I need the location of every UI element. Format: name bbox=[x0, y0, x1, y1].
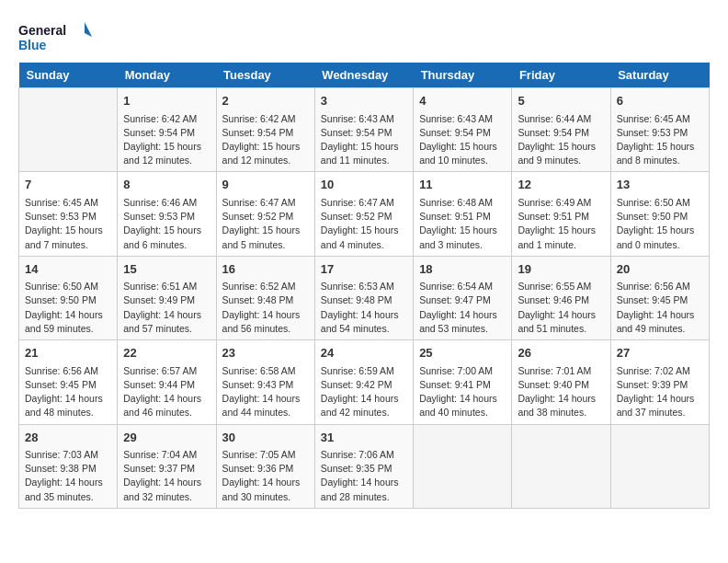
calendar-cell bbox=[610, 424, 709, 508]
day-number: 24 bbox=[321, 344, 407, 362]
day-info: Sunrise: 6:50 AM Sunset: 9:50 PM Dayligh… bbox=[25, 280, 111, 336]
day-info: Sunrise: 6:48 AM Sunset: 9:51 PM Dayligh… bbox=[419, 196, 506, 252]
day-number: 12 bbox=[518, 176, 604, 194]
day-number: 14 bbox=[25, 260, 111, 279]
day-number: 8 bbox=[123, 176, 210, 194]
calendar-cell: 7Sunrise: 6:45 AM Sunset: 9:53 PM Daylig… bbox=[19, 172, 118, 256]
day-info: Sunrise: 6:45 AM Sunset: 9:53 PM Dayligh… bbox=[617, 112, 703, 168]
day-info: Sunrise: 6:46 AM Sunset: 9:53 PM Dayligh… bbox=[123, 196, 210, 252]
logo-svg: General Blue bbox=[18, 18, 92, 55]
calendar-cell: 17Sunrise: 6:53 AM Sunset: 9:48 PM Dayli… bbox=[314, 256, 413, 339]
calendar-table: SundayMondayTuesdayWednesdayThursdayFrid… bbox=[18, 63, 710, 509]
svg-text:Blue: Blue bbox=[18, 38, 47, 52]
calendar-cell: 12Sunrise: 6:49 AM Sunset: 9:51 PM Dayli… bbox=[512, 172, 610, 256]
day-info: Sunrise: 7:04 AM Sunset: 9:37 PM Dayligh… bbox=[123, 448, 210, 504]
calendar-cell bbox=[19, 88, 118, 172]
day-number: 19 bbox=[518, 260, 604, 279]
calendar-week-row: 21Sunrise: 6:56 AM Sunset: 9:45 PM Dayli… bbox=[19, 340, 710, 424]
svg-marker-2 bbox=[85, 22, 92, 37]
day-number: 6 bbox=[617, 92, 703, 110]
calendar-cell: 22Sunrise: 6:57 AM Sunset: 9:44 PM Dayli… bbox=[118, 340, 216, 424]
calendar-cell: 3Sunrise: 6:43 AM Sunset: 9:54 PM Daylig… bbox=[314, 88, 413, 172]
day-number: 20 bbox=[617, 260, 703, 279]
day-info: Sunrise: 6:43 AM Sunset: 9:54 PM Dayligh… bbox=[321, 112, 407, 168]
day-info: Sunrise: 6:58 AM Sunset: 9:43 PM Dayligh… bbox=[222, 364, 309, 420]
header-day: Thursday bbox=[414, 63, 512, 88]
day-number: 21 bbox=[25, 344, 111, 362]
day-number: 9 bbox=[222, 176, 309, 194]
header-row: SundayMondayTuesdayWednesdayThursdayFrid… bbox=[19, 63, 710, 88]
day-number: 15 bbox=[123, 260, 210, 279]
day-info: Sunrise: 6:59 AM Sunset: 9:42 PM Dayligh… bbox=[321, 364, 407, 420]
calendar-cell: 6Sunrise: 6:45 AM Sunset: 9:53 PM Daylig… bbox=[610, 88, 709, 172]
day-info: Sunrise: 6:43 AM Sunset: 9:54 PM Dayligh… bbox=[419, 112, 506, 168]
day-number: 7 bbox=[25, 176, 111, 194]
calendar-cell: 9Sunrise: 6:47 AM Sunset: 9:52 PM Daylig… bbox=[216, 172, 314, 256]
logo: General Blue bbox=[18, 18, 92, 55]
calendar-cell bbox=[414, 424, 512, 508]
calendar-cell: 5Sunrise: 6:44 AM Sunset: 9:54 PM Daylig… bbox=[512, 88, 610, 172]
header-day: Friday bbox=[512, 63, 610, 88]
calendar-cell: 28Sunrise: 7:03 AM Sunset: 9:38 PM Dayli… bbox=[19, 424, 118, 508]
calendar-header: SundayMondayTuesdayWednesdayThursdayFrid… bbox=[19, 63, 710, 88]
calendar-body: 1Sunrise: 6:42 AM Sunset: 9:54 PM Daylig… bbox=[19, 88, 710, 509]
header-day: Monday bbox=[118, 63, 216, 88]
calendar-cell: 29Sunrise: 7:04 AM Sunset: 9:37 PM Dayli… bbox=[118, 424, 216, 508]
day-info: Sunrise: 7:01 AM Sunset: 9:40 PM Dayligh… bbox=[518, 364, 604, 420]
day-number: 30 bbox=[222, 429, 309, 447]
day-number: 1 bbox=[123, 92, 210, 110]
day-number: 2 bbox=[222, 92, 309, 110]
calendar-cell: 27Sunrise: 7:02 AM Sunset: 9:39 PM Dayli… bbox=[610, 340, 709, 424]
header-day: Sunday bbox=[19, 63, 118, 88]
calendar-cell: 11Sunrise: 6:48 AM Sunset: 9:51 PM Dayli… bbox=[414, 172, 512, 256]
calendar-cell: 16Sunrise: 6:52 AM Sunset: 9:48 PM Dayli… bbox=[216, 256, 314, 339]
day-info: Sunrise: 6:56 AM Sunset: 9:45 PM Dayligh… bbox=[617, 280, 703, 336]
day-number: 4 bbox=[419, 92, 506, 110]
day-info: Sunrise: 6:52 AM Sunset: 9:48 PM Dayligh… bbox=[222, 280, 309, 336]
day-info: Sunrise: 6:45 AM Sunset: 9:53 PM Dayligh… bbox=[25, 196, 111, 252]
calendar-cell: 15Sunrise: 6:51 AM Sunset: 9:49 PM Dayli… bbox=[118, 256, 216, 339]
day-info: Sunrise: 7:05 AM Sunset: 9:36 PM Dayligh… bbox=[222, 448, 309, 504]
day-info: Sunrise: 6:55 AM Sunset: 9:46 PM Dayligh… bbox=[518, 280, 604, 336]
day-info: Sunrise: 7:06 AM Sunset: 9:35 PM Dayligh… bbox=[321, 448, 407, 504]
calendar-cell bbox=[512, 424, 610, 508]
day-info: Sunrise: 6:47 AM Sunset: 9:52 PM Dayligh… bbox=[222, 196, 309, 252]
calendar-cell: 2Sunrise: 6:42 AM Sunset: 9:54 PM Daylig… bbox=[216, 88, 314, 172]
day-number: 16 bbox=[222, 260, 309, 279]
day-info: Sunrise: 6:54 AM Sunset: 9:47 PM Dayligh… bbox=[419, 280, 506, 336]
calendar-cell: 4Sunrise: 6:43 AM Sunset: 9:54 PM Daylig… bbox=[414, 88, 512, 172]
calendar-cell: 8Sunrise: 6:46 AM Sunset: 9:53 PM Daylig… bbox=[118, 172, 216, 256]
calendar-cell: 24Sunrise: 6:59 AM Sunset: 9:42 PM Dayli… bbox=[314, 340, 413, 424]
day-info: Sunrise: 6:42 AM Sunset: 9:54 PM Dayligh… bbox=[123, 112, 210, 168]
day-number: 26 bbox=[518, 344, 604, 362]
header-day: Tuesday bbox=[216, 63, 314, 88]
day-info: Sunrise: 7:02 AM Sunset: 9:39 PM Dayligh… bbox=[617, 364, 703, 420]
calendar-cell: 10Sunrise: 6:47 AM Sunset: 9:52 PM Dayli… bbox=[314, 172, 413, 256]
day-number: 10 bbox=[321, 176, 407, 194]
day-info: Sunrise: 6:51 AM Sunset: 9:49 PM Dayligh… bbox=[123, 280, 210, 336]
day-info: Sunrise: 6:44 AM Sunset: 9:54 PM Dayligh… bbox=[518, 112, 604, 168]
day-number: 5 bbox=[518, 92, 604, 110]
day-info: Sunrise: 6:57 AM Sunset: 9:44 PM Dayligh… bbox=[123, 364, 210, 420]
calendar-cell: 1Sunrise: 6:42 AM Sunset: 9:54 PM Daylig… bbox=[118, 88, 216, 172]
calendar-cell: 31Sunrise: 7:06 AM Sunset: 9:35 PM Dayli… bbox=[314, 424, 413, 508]
day-number: 11 bbox=[419, 176, 506, 194]
day-info: Sunrise: 6:53 AM Sunset: 9:48 PM Dayligh… bbox=[321, 280, 407, 336]
calendar-cell: 23Sunrise: 6:58 AM Sunset: 9:43 PM Dayli… bbox=[216, 340, 314, 424]
day-number: 13 bbox=[617, 176, 703, 194]
calendar-week-row: 1Sunrise: 6:42 AM Sunset: 9:54 PM Daylig… bbox=[19, 88, 710, 172]
day-info: Sunrise: 6:50 AM Sunset: 9:50 PM Dayligh… bbox=[617, 196, 703, 252]
day-info: Sunrise: 6:49 AM Sunset: 9:51 PM Dayligh… bbox=[518, 196, 604, 252]
calendar-cell: 14Sunrise: 6:50 AM Sunset: 9:50 PM Dayli… bbox=[19, 256, 118, 339]
header-day: Wednesday bbox=[314, 63, 413, 88]
calendar-cell: 13Sunrise: 6:50 AM Sunset: 9:50 PM Dayli… bbox=[610, 172, 709, 256]
calendar-week-row: 14Sunrise: 6:50 AM Sunset: 9:50 PM Dayli… bbox=[19, 256, 710, 339]
day-info: Sunrise: 7:00 AM Sunset: 9:41 PM Dayligh… bbox=[419, 364, 506, 420]
day-number: 22 bbox=[123, 344, 210, 362]
day-info: Sunrise: 6:47 AM Sunset: 9:52 PM Dayligh… bbox=[321, 196, 407, 252]
day-number: 17 bbox=[321, 260, 407, 279]
day-number: 18 bbox=[419, 260, 506, 279]
header: General Blue bbox=[18, 18, 710, 55]
day-number: 31 bbox=[321, 429, 407, 447]
day-number: 29 bbox=[123, 429, 210, 447]
